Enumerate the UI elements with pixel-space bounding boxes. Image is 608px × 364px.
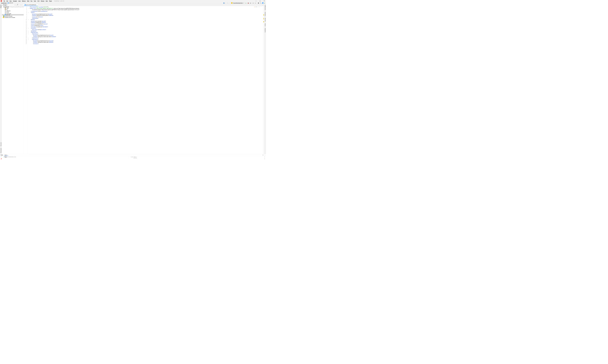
debug-button[interactable]: 🐞 — [247, 2, 249, 3]
build-side-tools: ⟳ 📌 ◉ — [0, 156, 2, 159]
file-icon — [5, 10, 6, 11]
options-icon[interactable]: ⋮ — [19, 4, 20, 5]
tree-item-mvnw[interactable]: mvnw — [2, 11, 24, 13]
titlebar: File Edit View Navigate Code Refactor Bu… — [0, 0, 266, 2]
project-tree[interactable]: ⌄ hospital-api D:\DingJiaxiong\IdeaProje… — [2, 6, 24, 154]
project-panel: ▤ Project ▾ ⊙ ≡ ≣ ⋮ ⚙ — ⌄ hospital-api D… — [2, 4, 24, 154]
editor-tabs-more[interactable]: ⋮ — [261, 4, 264, 5]
editor-tab-pom[interactable]: m pom.xml (hospital-api) × — [24, 4, 38, 6]
chevron-down-icon[interactable]: ˅ — [261, 6, 262, 7]
chevron-up-icon[interactable]: ˄ — [260, 6, 261, 7]
rail-structure[interactable]: Structure — [0, 142, 1, 147]
menu-navigate[interactable]: Navigate — [12, 0, 18, 1]
menu-run[interactable]: Run — [30, 0, 33, 1]
rail-database[interactable]: Database — [264, 11, 266, 17]
update-available-icon[interactable]: ↑ — [262, 2, 263, 3]
code-with-me-icon[interactable]: 👤▾ — [223, 2, 226, 3]
maven-icon: m — [5, 14, 6, 15]
tree-item-src[interactable]: ›src — [2, 9, 24, 10]
run-button[interactable]: ▶ — [245, 2, 247, 3]
plugin-arrow-icon[interactable]: ▶ — [264, 2, 265, 3]
translate-icon[interactable]: 🅰 — [258, 2, 259, 3]
run-config-selector[interactable]: HospitalApiApplication ▾ — [230, 2, 245, 4]
menu-refactor[interactable]: Refactor — [21, 0, 26, 1]
menu-edit[interactable]: Edit — [6, 0, 9, 1]
breadcrumb-project[interactable]: hospital-api — [1, 2, 7, 3]
rail-maven[interactable]: Maven — [264, 23, 266, 27]
main-area: Project Structure Bookmarks ▤ Project ▾ … — [0, 4, 266, 154]
line-gutter: 1234567891011121314151617181920212223242… — [24, 6, 28, 154]
close-icon[interactable]: × — [7, 155, 8, 156]
scroll-end-icon[interactable]: ↧ — [264, 158, 265, 159]
menu-tools[interactable]: Tools — [33, 0, 37, 1]
stop-button[interactable]: ■ — [255, 2, 256, 3]
build-output[interactable] — [138, 156, 263, 159]
editor-tabs: m pom.xml (hospital-api) × ⋮ — [24, 4, 264, 6]
folder-icon — [5, 8, 6, 9]
profile-button[interactable]: ◔▾ — [252, 2, 254, 3]
tree-item-pom[interactable]: mpom.xml — [2, 14, 24, 15]
rail-endpoints[interactable]: Endpoints — [264, 27, 266, 33]
menu-code[interactable]: Code — [17, 0, 21, 1]
tree-item-gitignore[interactable]: .gitignore — [2, 10, 24, 11]
build-tab-sync[interactable]: Sync × — [4, 154, 8, 156]
window-title: hospital-api – pom.xml — [54, 0, 64, 1]
breadcrumb-file[interactable]: mpom.xml — [7, 2, 13, 3]
project-header-title[interactable]: Project — [3, 4, 7, 5]
hide-panel-icon[interactable]: — — [264, 155, 265, 156]
scratches-icon — [3, 17, 4, 18]
coverage-button[interactable]: ▦▾ — [250, 2, 252, 3]
tree-item-mvnwcmd[interactable]: mvnw.cmd — [2, 13, 24, 14]
maximize-button[interactable]: ▢ — [259, 0, 261, 2]
code-area[interactable]: <?xml version="1.0" encoding="UTF-8"??><… — [29, 6, 263, 154]
error-stripe[interactable] — [263, 6, 264, 154]
left-tool-stripe: Project Structure Bookmarks — [0, 4, 2, 154]
menu-file[interactable]: File — [3, 0, 6, 1]
tree-scratches[interactable]: Scratches and Consoles — [2, 17, 24, 18]
collapse-all-icon[interactable]: ≣ — [17, 4, 18, 5]
menu-view[interactable]: View — [9, 0, 12, 1]
tree-item-idea[interactable]: ›.idea — [2, 7, 24, 9]
build-tree[interactable]: ✔ Sync: At 2023/4/26 15:19 — [2, 156, 129, 159]
rail-notifications[interactable]: Notifications — [264, 4, 266, 11]
gear-icon[interactable]: ⚙ — [263, 155, 263, 156]
project-header: ▤ Project ▾ ⊙ ≡ ≣ ⋮ ⚙ — — [2, 4, 24, 6]
gear-icon[interactable]: ⚙ — [21, 4, 22, 5]
search-icon[interactable]: 🔍 — [260, 2, 262, 3]
sync-row[interactable]: ✔ Sync: At 2023/4/26 15:19 — [3, 156, 128, 157]
project-header-tools: ⊙ ≡ ≣ ⋮ ⚙ — — [15, 4, 23, 5]
menu-build[interactable]: Build — [26, 0, 30, 1]
rail-restkit[interactable]: RESTKit — [264, 17, 266, 22]
soft-wrap-icon[interactable]: ↩ — [264, 156, 265, 157]
minimize-button[interactable]: — — [255, 0, 257, 2]
typo-icon: ✓ — [257, 6, 258, 7]
expand-all-icon[interactable]: ≡ — [16, 4, 16, 5]
menu-vcs[interactable]: VCS — [37, 0, 40, 1]
file-icon — [5, 13, 6, 14]
rail-bookmarks[interactable]: Bookmarks — [0, 147, 1, 154]
menu-plugin[interactable]: Plugin — [49, 0, 53, 1]
hide-panel-icon[interactable]: — — [22, 4, 23, 5]
pin-icon[interactable]: 📌 — [0, 158, 2, 159]
rail-project[interactable]: Project — [0, 4, 1, 9]
menu-help[interactable]: Help — [45, 0, 49, 1]
right-tool-stripe: Notifications Database RESTKit Maven End… — [264, 4, 266, 154]
window-controls: — ▢ ✕ — [255, 0, 265, 2]
close-button[interactable]: ✕ — [263, 0, 265, 2]
navigation-bar: hospital-api › mpom.xml 👤▾ ↖ HospitalApi… — [0, 2, 266, 4]
build-hammer-icon[interactable]: ↖ — [227, 2, 229, 3]
locate-icon[interactable]: ⊙ — [15, 4, 15, 5]
menu-window[interactable]: Window — [40, 0, 45, 1]
close-tab-icon[interactable]: × — [36, 4, 37, 5]
editor-content[interactable]: 1234567891011121314151617181920212223242… — [24, 6, 264, 154]
tree-external-libs[interactable]: ›External Libraries — [2, 15, 24, 17]
build-right-tools: ↩ ↧ — [263, 156, 266, 159]
file-icon — [5, 12, 6, 13]
tree-root[interactable]: ⌄ hospital-api D:\DingJiaxiong\IdeaProje… — [2, 6, 24, 7]
chevron-down-icon[interactable]: ▾ — [7, 4, 8, 5]
inspection-widget[interactable]: ⚠26 ✓1 ˄ ˅ — [254, 6, 262, 7]
editor-area: m pom.xml (hospital-api) × ⋮ 12345678910… — [24, 4, 264, 154]
refresh-icon[interactable]: ⟳ — [1, 156, 1, 157]
maven-icon: m — [25, 4, 26, 5]
maven-icon: m — [8, 2, 9, 4]
